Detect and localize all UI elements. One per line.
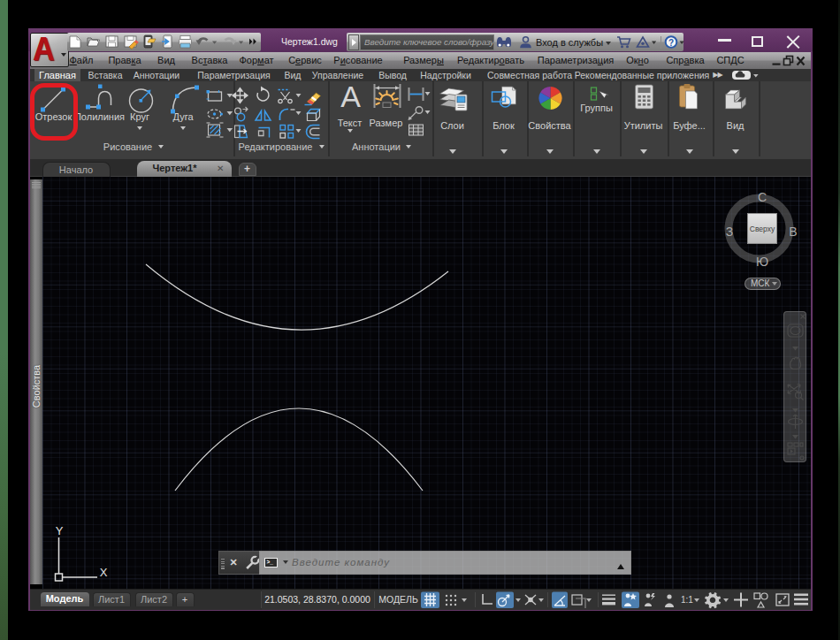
svg-text:1:1: 1:1 <box>681 595 693 605</box>
svg-text:X: X <box>100 566 108 579</box>
svg-text:?: ? <box>668 38 674 48</box>
svg-text:Вход в службы: Вход в службы <box>536 37 603 48</box>
svg-text:А: А <box>340 81 361 113</box>
svg-text:Y: Y <box>56 524 64 537</box>
